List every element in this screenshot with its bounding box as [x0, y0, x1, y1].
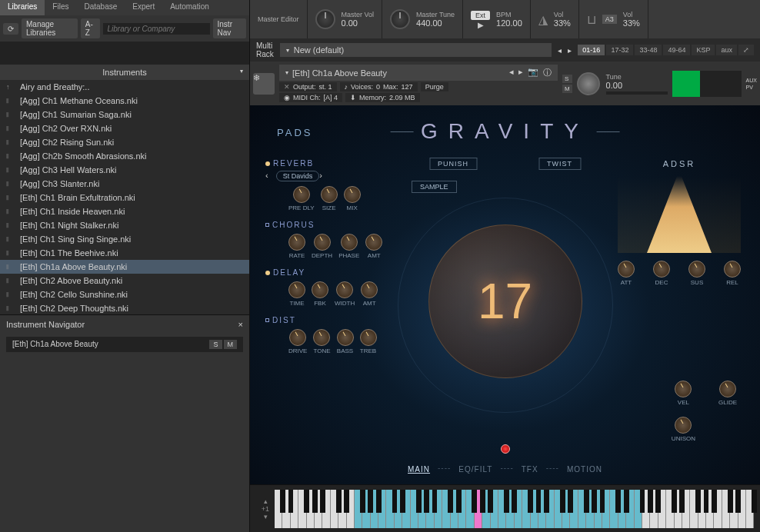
pan-slider[interactable] — [606, 91, 668, 95]
page-49-64[interactable]: 49-64 — [663, 45, 690, 55]
black-key[interactable] — [512, 490, 517, 513]
mute-button[interactable]: M — [562, 85, 572, 93]
page-17-32[interactable]: 17-32 — [606, 45, 633, 55]
piano-keys[interactable] — [275, 490, 754, 528]
black-key[interactable] — [752, 490, 757, 513]
list-item[interactable]: ⦀[Agg] Ch3 Hell Waters.nki — [0, 163, 249, 177]
black-key[interactable] — [320, 490, 325, 513]
list-item[interactable]: ⦀[Agg] Ch1 Methane Oceans.nki — [0, 94, 249, 108]
black-key[interactable] — [544, 490, 549, 513]
solo-button[interactable]: S — [209, 340, 222, 349]
chorus-toggle[interactable] — [265, 223, 269, 227]
instr-nav-button[interactable]: Instr Nav — [213, 18, 247, 38]
black-key[interactable] — [304, 490, 309, 513]
master-tune-knob[interactable] — [390, 9, 410, 29]
rel-knob[interactable] — [724, 261, 741, 278]
bass-knob[interactable] — [337, 329, 354, 346]
page-01-16[interactable]: 01-16 — [578, 45, 605, 55]
black-key[interactable] — [400, 490, 405, 513]
list-item[interactable]: ⦀[Agg] Ch3 Slanter.nki — [0, 177, 249, 191]
page-33-48[interactable]: 33-48 — [635, 45, 662, 55]
depth-knob[interactable] — [314, 234, 331, 251]
instrument-thumbnail[interactable]: ❄ — [253, 73, 275, 95]
close-icon[interactable]: × — [238, 320, 243, 329]
black-key[interactable] — [456, 490, 462, 513]
manage-libraries-button[interactable]: Manage Libraries — [22, 18, 78, 38]
black-key[interactable] — [672, 490, 677, 513]
black-key[interactable] — [280, 490, 285, 513]
black-key[interactable] — [704, 490, 709, 513]
instruments-dropdown[interactable]: Instruments ▾ — [0, 65, 249, 80]
delay-toggle[interactable] — [265, 271, 270, 275]
master-vol-knob[interactable] — [315, 9, 335, 29]
prev-icon[interactable]: ◂ — [558, 46, 562, 55]
play-icon[interactable]: ▶ — [471, 21, 490, 29]
info-icon[interactable]: ⓘ — [543, 67, 552, 78]
black-key[interactable] — [376, 490, 382, 513]
list-item[interactable]: ⦀[Agg] Ch1 Sumarian Saga.nki — [0, 108, 249, 121]
rate-knob[interactable] — [288, 234, 305, 251]
reverb-preset[interactable]: St Davids — [276, 171, 320, 181]
black-key[interactable] — [536, 490, 542, 513]
black-key[interactable] — [368, 490, 373, 513]
black-key[interactable] — [528, 490, 533, 513]
black-key[interactable] — [679, 490, 685, 513]
mix-knob[interactable] — [344, 186, 361, 203]
list-item[interactable]: ⦀[Agg] Ch2b Smooth Abrasions.nki — [0, 149, 249, 163]
black-key[interactable] — [424, 490, 429, 513]
mute-button[interactable]: M — [224, 340, 238, 349]
tone-knob[interactable] — [313, 329, 330, 346]
black-key[interactable] — [655, 490, 661, 513]
black-key[interactable] — [432, 490, 438, 513]
punish-button[interactable]: PUNISH — [429, 158, 477, 170]
drive-knob[interactable] — [289, 329, 306, 346]
black-key[interactable] — [472, 490, 477, 513]
phase-knob[interactable] — [341, 234, 358, 251]
list-item[interactable]: ⦀[Agg] Ch2 Rising Sun.nki — [0, 135, 249, 149]
list-item[interactable]: ⦀[Eth] Ch2 Deep Thoughts.nki — [0, 301, 249, 314]
sus-knob[interactable] — [688, 261, 705, 278]
pv-badge[interactable]: PV — [746, 85, 757, 90]
black-key[interactable] — [624, 490, 629, 513]
black-key[interactable] — [288, 490, 294, 513]
black-key[interactable] — [480, 490, 485, 513]
prev-inst-icon[interactable]: ◂ — [509, 67, 514, 78]
page-ksp[interactable]: KSP — [692, 45, 715, 55]
record-icon[interactable] — [501, 444, 510, 454]
snapshot-icon[interactable]: 📷 — [528, 67, 538, 78]
list-item[interactable]: ⦀[Eth] Ch2 Cello Sunshine.nki — [0, 288, 249, 301]
page-aux[interactable]: aux — [716, 45, 737, 55]
vel-knob[interactable] — [675, 381, 692, 397]
black-key[interactable] — [336, 490, 342, 513]
center-sphere[interactable]: 17 — [428, 224, 582, 378]
oct-down-icon[interactable]: ▾ — [256, 513, 275, 520]
tab-database[interactable]: Database — [76, 0, 125, 15]
black-key[interactable] — [648, 490, 653, 513]
width-knob[interactable] — [336, 281, 353, 298]
black-key[interactable] — [615, 490, 621, 513]
instrument-list[interactable]: ↑Airy and Breathy:..⦀[Agg] Ch1 Methane O… — [0, 80, 249, 314]
black-key[interactable] — [584, 490, 589, 513]
black-key[interactable] — [344, 490, 349, 513]
black-key[interactable] — [728, 490, 733, 513]
fbk-knob[interactable] — [312, 281, 328, 298]
search-input[interactable] — [103, 23, 210, 35]
midi-value[interactable]: [A] 4 — [324, 94, 338, 101]
amt-knob[interactable] — [361, 281, 378, 298]
tab-automation[interactable]: Automation — [162, 0, 217, 15]
black-key[interactable] — [488, 490, 493, 513]
sort-button[interactable]: A-Z — [81, 18, 100, 38]
multi-preset-dropdown[interactable]: New (default) — [280, 43, 552, 57]
list-item[interactable]: ⦀[Agg] Ch2 Over RXN.nki — [0, 121, 249, 135]
next-icon[interactable]: ▸ — [568, 46, 572, 55]
black-key[interactable] — [712, 490, 717, 513]
list-item[interactable]: ⦀[Eth] Ch1a Above Beauty.nki — [0, 260, 249, 274]
dist-toggle[interactable] — [265, 318, 269, 322]
list-item[interactable]: ⦀[Eth] Ch1 Brain Exfultration.nki — [0, 191, 249, 204]
list-item[interactable]: ⦀[Eth] Ch1 Inside Heaven.nki — [0, 204, 249, 218]
master-editor-block[interactable]: Master Editor — [250, 0, 308, 38]
dec-knob[interactable] — [653, 261, 670, 278]
ext-sync-button[interactable]: Ext — [471, 11, 490, 20]
purge-button[interactable]: Purge — [421, 82, 448, 91]
list-item[interactable]: ⦀[Eth] Ch1 Night Stalker.nki — [0, 218, 249, 232]
